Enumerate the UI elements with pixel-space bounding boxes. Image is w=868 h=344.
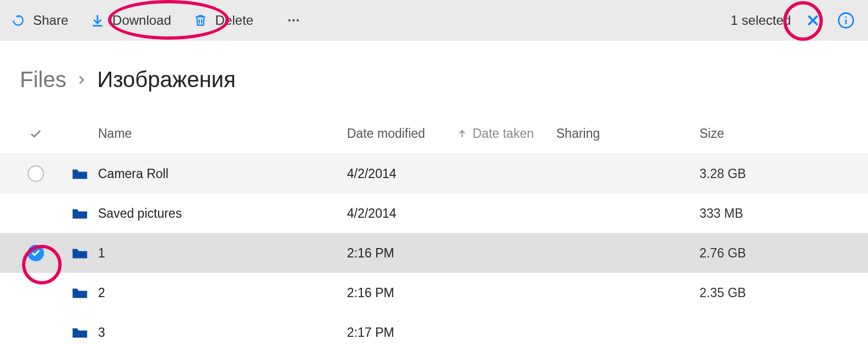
selection-count: 1 selected <box>731 13 791 28</box>
svg-point-1 <box>292 19 295 22</box>
info-icon <box>837 12 855 29</box>
item-name: Camera Roll <box>98 166 169 181</box>
item-name: Saved pictures <box>98 206 182 221</box>
row-size: 2.35 GB <box>699 286 868 300</box>
download-icon <box>90 13 105 28</box>
table-row[interactable]: 32:17 PM <box>0 313 868 344</box>
row-name-cell[interactable]: 1 <box>72 246 347 261</box>
row-date-modified: 2:16 PM <box>347 246 457 261</box>
download-label: Download <box>112 13 171 28</box>
file-table: Name Date modified Date taken Sharing Si… <box>0 114 868 344</box>
row-date-modified: 2:17 PM <box>347 325 457 340</box>
command-bar-right: 1 selected <box>731 9 857 31</box>
item-name: 2 <box>98 286 105 300</box>
delete-label: Delete <box>215 13 253 28</box>
column-date-taken[interactable]: Date taken <box>457 126 556 141</box>
svg-point-0 <box>288 19 290 22</box>
row-checkbox[interactable] <box>0 165 72 182</box>
table-row[interactable]: Saved pictures4/2/2014333 MB <box>0 194 868 233</box>
folder-icon <box>72 207 88 220</box>
folder-icon <box>72 246 88 260</box>
folder-icon <box>72 326 88 339</box>
row-name-cell[interactable]: Camera Roll <box>72 166 347 181</box>
table-row[interactable]: 12:16 PM2.76 GB <box>0 233 868 273</box>
row-size: 333 MB <box>699 206 868 221</box>
row-date-modified: 4/2/2014 <box>347 206 457 221</box>
download-button[interactable]: Download <box>90 13 171 28</box>
column-name[interactable]: Name <box>72 126 347 141</box>
command-bar: Share Download Delete <box>0 0 868 41</box>
chevron-right-icon <box>76 74 87 85</box>
table-header: Name Date modified Date taken Sharing Si… <box>0 114 868 154</box>
details-pane-button[interactable] <box>835 9 857 31</box>
item-name: 3 <box>98 325 105 340</box>
row-name-cell[interactable]: 3 <box>72 325 347 340</box>
close-icon <box>805 13 821 28</box>
more-button[interactable] <box>286 13 301 28</box>
sort-asc-icon <box>457 129 467 139</box>
share-button[interactable]: Share <box>11 13 68 28</box>
row-date-modified: 2:16 PM <box>347 286 457 300</box>
column-size[interactable]: Size <box>699 126 868 141</box>
row-size: 3.28 GB <box>699 166 868 181</box>
command-bar-left: Share Download Delete <box>11 13 301 28</box>
svg-point-2 <box>297 19 299 22</box>
row-size: 2.76 GB <box>699 246 868 261</box>
row-name-cell[interactable]: 2 <box>72 286 347 300</box>
select-all-header[interactable] <box>0 127 72 141</box>
table-row[interactable]: 22:16 PM2.35 GB <box>0 273 868 313</box>
row-date-modified: 4/2/2014 <box>347 166 457 181</box>
breadcrumb-root[interactable]: Files <box>20 67 66 92</box>
delete-button[interactable]: Delete <box>193 13 253 28</box>
row-checkbox[interactable] <box>0 245 72 261</box>
clear-selection-button[interactable] <box>802 9 824 31</box>
share-label: Share <box>33 13 68 28</box>
column-date-modified[interactable]: Date modified <box>347 126 457 141</box>
item-name: 1 <box>98 246 105 261</box>
trash-icon <box>193 13 208 28</box>
share-icon <box>11 13 25 28</box>
table-row[interactable]: Camera Roll4/2/20143.28 GB <box>0 154 868 194</box>
more-icon <box>286 13 301 28</box>
row-name-cell[interactable]: Saved pictures <box>72 206 347 221</box>
column-date-taken-label: Date taken <box>473 126 534 141</box>
breadcrumb-current: Изображения <box>97 67 235 92</box>
folder-icon <box>72 167 88 180</box>
folder-icon <box>72 286 88 299</box>
column-sharing[interactable]: Sharing <box>556 126 699 141</box>
svg-point-5 <box>845 17 847 18</box>
breadcrumb: Files Изображения <box>0 41 868 114</box>
